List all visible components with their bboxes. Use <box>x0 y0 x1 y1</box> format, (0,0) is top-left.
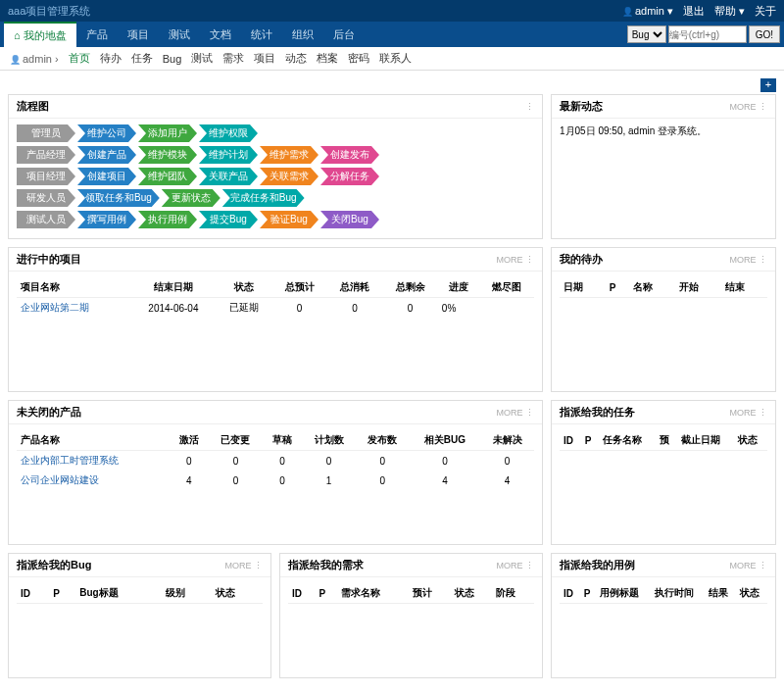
projects-title: 进行中的项目 <box>17 252 81 267</box>
tab-test[interactable]: 测试 <box>159 23 200 47</box>
flow-step[interactable]: 创建项目 <box>77 168 136 185</box>
mytasks-more[interactable]: MORE <box>729 408 767 418</box>
todo-title: 我的待办 <box>560 252 603 267</box>
dynamics-more[interactable]: MORE <box>729 102 767 112</box>
projects-more[interactable]: MORE <box>496 255 534 265</box>
mytasks-panel: 指派给我的任务MORE IDP任务名称预截止日期状态 <box>551 400 776 545</box>
flow-panel: 流程图 管理员维护公司添加用户维护权限产品经理创建产品维护模块维护计划维护需求创… <box>8 94 543 239</box>
dynamics-panel: 最新动态MORE 1月05日 09:50, admin 登录系统。 <box>551 94 776 239</box>
subnav-profile[interactable]: 档案 <box>317 51 338 66</box>
dynamics-title: 最新动态 <box>560 99 603 114</box>
add-button[interactable]: + <box>760 78 776 92</box>
flow-step[interactable]: 维护需求 <box>260 146 318 164</box>
flow-step[interactable]: 维护团队 <box>138 168 197 185</box>
search-input[interactable] <box>668 25 747 43</box>
mycases-panel: 指派给我的用例MORE IDP用例标题执行时间结果状态 <box>551 553 776 678</box>
myreqs-title: 指派给我的需求 <box>288 558 364 572</box>
flow-role: 产品经理 <box>17 146 75 164</box>
about-link[interactable]: 关于 <box>755 4 776 19</box>
subnav-contacts[interactable]: 联系人 <box>379 51 412 66</box>
tab-stat[interactable]: 统计 <box>241 23 282 47</box>
flow-step[interactable]: 维护公司 <box>77 124 136 142</box>
tab-product[interactable]: 产品 <box>76 23 118 47</box>
chevron-down-icon: ▾ <box>739 5 745 17</box>
tab-dashboard[interactable]: ⌂ 我的地盘 <box>4 22 76 48</box>
todo-more[interactable]: MORE <box>729 255 767 265</box>
subnav-task[interactable]: 任务 <box>131 51 153 66</box>
subnav-project[interactable]: 项目 <box>254 51 275 66</box>
flow-step[interactable]: 完成任务和Bug <box>222 189 305 207</box>
flow-step[interactable]: 维护计划 <box>199 146 258 164</box>
project-link[interactable]: 企业网站第二期 <box>21 302 89 313</box>
flow-step[interactable]: 关联产品 <box>199 168 258 185</box>
subnav-password[interactable]: 密码 <box>348 51 369 66</box>
flow-step[interactable]: 分解任务 <box>320 168 379 185</box>
mybugs-more[interactable]: MORE <box>224 561 263 570</box>
mybugs-panel: 指派给我的BugMORE IDPBug标题级别状态 <box>8 553 271 678</box>
search-type-select[interactable]: Bug <box>627 25 666 43</box>
tab-project[interactable]: 项目 <box>118 23 159 47</box>
flow-step[interactable]: 创建产品 <box>77 146 136 164</box>
tab-org[interactable]: 组织 <box>282 23 323 47</box>
help-link[interactable]: 帮助 ▾ <box>714 4 745 19</box>
flow-step[interactable]: 执行用例 <box>138 211 197 228</box>
flow-step[interactable]: 创建发布 <box>320 146 379 164</box>
product-link[interactable]: 公司企业网站建设 <box>21 474 99 485</box>
projects-table: 项目名称结束日期状态总预计总消耗总剩余进度燃尽图 企业网站第二期2014-06-… <box>17 277 534 318</box>
product-link[interactable]: 企业内部工时管理系统 <box>21 455 119 466</box>
mybugs-title: 指派给我的Bug <box>17 558 91 572</box>
breadcrumb-user: admin › <box>10 53 59 65</box>
tab-doc[interactable]: 文档 <box>200 23 241 47</box>
mytasks-title: 指派给我的任务 <box>560 405 635 420</box>
flow-step[interactable]: 关闭Bug <box>320 211 379 228</box>
products-more[interactable]: MORE <box>496 408 534 418</box>
table-row: 企业网站第二期2014-06-04已延期0000% <box>17 298 534 319</box>
flow-role: 研发人员 <box>17 189 75 207</box>
todo-panel: 我的待办MORE 日期P名称开始结束 <box>551 247 776 392</box>
mycases-more[interactable]: MORE <box>729 561 767 570</box>
flow-role: 管理员 <box>17 124 75 142</box>
flow-title: 流程图 <box>17 99 49 114</box>
subnav-home[interactable]: 首页 <box>69 51 90 66</box>
dynamics-text: 1月05日 09:50, admin 登录系统。 <box>552 119 775 144</box>
products-table: 产品名称激活已变更草稿计划数发布数相关BUG未解决 企业内部工时管理系统0000… <box>17 430 534 490</box>
subnav-test[interactable]: 测试 <box>191 51 213 66</box>
subnav-bug[interactable]: Bug <box>163 53 182 65</box>
flow-step[interactable]: 提交Bug <box>199 211 258 228</box>
tab-admin[interactable]: 后台 <box>323 23 365 47</box>
flow-step[interactable]: 添加用户 <box>138 124 197 142</box>
current-user[interactable]: admin ▾ <box>622 5 673 18</box>
flow-step[interactable]: 领取任务和Bug <box>77 189 160 207</box>
logout-link[interactable]: 退出 <box>683 4 705 19</box>
subnav-todo[interactable]: 待办 <box>100 51 122 66</box>
myreqs-panel: 指派给我的需求MORE IDP需求名称预计状态阶段 <box>279 553 543 678</box>
subnav-req[interactable]: 需求 <box>222 51 244 66</box>
table-row: 企业内部工时管理系统0000000 <box>17 451 534 471</box>
mycases-title: 指派给我的用例 <box>560 558 635 572</box>
table-row: 公司企业网站建设4001044 <box>17 471 534 490</box>
chevron-down-icon: ▾ <box>667 5 673 17</box>
flow-role: 项目经理 <box>17 168 75 185</box>
products-title: 未关闭的产品 <box>17 405 81 420</box>
flow-step[interactable]: 维护模块 <box>138 146 197 164</box>
flow-more[interactable] <box>525 102 534 112</box>
flow-role: 测试人员 <box>17 211 75 228</box>
myreqs-more[interactable]: MORE <box>496 561 534 570</box>
search-go-button[interactable]: GO! <box>749 25 780 43</box>
flow-step[interactable]: 撰写用例 <box>77 211 136 228</box>
system-title: aaa项目管理系统 <box>8 4 90 19</box>
products-panel: 未关闭的产品MORE 产品名称激活已变更草稿计划数发布数相关BUG未解决 企业内… <box>8 400 543 545</box>
flow-step[interactable]: 更新状态 <box>162 189 220 207</box>
flow-step[interactable]: 验证Bug <box>260 211 318 228</box>
subnav-dynamic[interactable]: 动态 <box>285 51 307 66</box>
flow-step[interactable]: 维护权限 <box>199 124 258 142</box>
projects-panel: 进行中的项目MORE 项目名称结束日期状态总预计总消耗总剩余进度燃尽图 企业网站… <box>8 247 543 392</box>
flow-step[interactable]: 关联需求 <box>260 168 318 185</box>
